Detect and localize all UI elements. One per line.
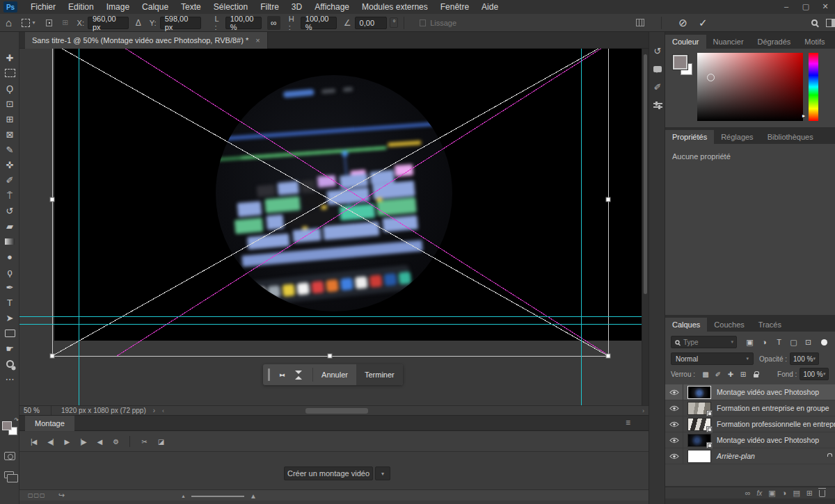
brush-settings-panel-icon[interactable]: ✐ xyxy=(649,78,666,96)
more-tools[interactable]: ⋯ xyxy=(0,371,19,387)
healing-brush-tool[interactable]: ✜ xyxy=(0,157,19,172)
layer-search-input[interactable]: Type ▾ xyxy=(671,336,737,348)
warp-mode-icon[interactable] xyxy=(636,19,644,26)
layer-row-montage-video-2[interactable]: Montage vidéo avec Photoshop xyxy=(665,432,835,448)
lock-artboard-icon[interactable]: ⊞ xyxy=(737,371,749,378)
filter-adjustment-layers-icon[interactable]: ◑ xyxy=(757,338,772,347)
layer-row-arriere-plan[interactable]: Arrière-plan xyxy=(665,448,835,464)
menu-aide[interactable]: Aide xyxy=(475,0,504,14)
layer-effects-icon[interactable]: fx xyxy=(757,489,763,497)
degree-unit[interactable]: ° xyxy=(390,17,398,28)
close-icon[interactable]: ✕ xyxy=(816,0,835,14)
menu-edition[interactable]: Edition xyxy=(62,0,100,14)
horizontal-scrollbar[interactable] xyxy=(170,407,639,415)
brush-tool[interactable]: ✐ xyxy=(0,172,19,188)
split-clip-icon[interactable]: ✂ xyxy=(141,438,146,446)
quick-mask-icon[interactable] xyxy=(4,452,15,460)
new-layer-icon[interactable]: ⊞ xyxy=(806,489,813,498)
new-adjustment-layer-icon[interactable]: ◑ xyxy=(782,489,787,497)
zoom-level-field[interactable]: 50 % xyxy=(19,406,51,416)
create-video-timeline-button[interactable]: Créer un montage vidéo xyxy=(284,466,373,480)
height-input[interactable]: 100,00 % xyxy=(301,17,337,29)
frame-tool[interactable]: ⊠ xyxy=(0,127,19,142)
render-video-icon[interactable]: ↪ xyxy=(58,491,65,500)
filter-type-layers-icon[interactable]: T xyxy=(772,338,786,347)
filter-pixel-layers-icon[interactable]: ▣ xyxy=(742,338,757,347)
layer-visibility-icon[interactable] xyxy=(665,448,683,464)
menu-fichier[interactable]: Fichier xyxy=(24,0,62,14)
commit-button[interactable]: Terminer xyxy=(356,364,403,385)
x-input[interactable]: 960,00 px xyxy=(88,17,129,29)
audio-icon[interactable]: ◀ xyxy=(97,438,102,446)
link-layers-icon[interactable]: ∞ xyxy=(745,489,751,497)
layer-visibility-icon[interactable] xyxy=(665,384,683,400)
dodge-tool[interactable]: ϙ xyxy=(0,264,19,279)
rectangle-tool[interactable] xyxy=(0,325,19,341)
flip-horizontal-icon[interactable]: ▸◂ xyxy=(280,371,283,378)
maximize-icon[interactable]: ▢ xyxy=(796,0,816,14)
render-settings-icon[interactable]: ⚙ xyxy=(113,438,118,446)
menu-fenetre[interactable]: Fenêtre xyxy=(434,0,475,14)
tab-montage[interactable]: Montage xyxy=(25,416,74,431)
add-layer-mask-icon[interactable]: ▣ xyxy=(768,489,775,498)
lasso-tool[interactable]: Ϙ xyxy=(0,81,19,96)
gradient-tool[interactable] xyxy=(0,234,19,249)
swap-colors-icon[interactable]: ↷ xyxy=(14,417,19,423)
tab-couleur[interactable]: Couleur xyxy=(665,35,706,49)
transition-icon[interactable]: ◪ xyxy=(158,438,164,446)
blur-tool[interactable]: ● xyxy=(0,249,19,264)
menu-3d[interactable]: 3D xyxy=(285,0,308,14)
color-field-cursor[interactable] xyxy=(707,74,715,81)
history-panel-icon[interactable]: ↺ xyxy=(649,42,666,60)
layer-row-formation-groupe[interactable]: Formation en entreprise en groupe xyxy=(665,400,835,416)
tab-couches[interactable]: Couches xyxy=(707,318,751,332)
lock-position-icon[interactable]: ✚ xyxy=(724,371,737,378)
marquee-tool[interactable] xyxy=(0,65,19,81)
layer-visibility-icon[interactable] xyxy=(665,416,683,432)
active-tool-icon[interactable] xyxy=(22,19,30,27)
home-icon[interactable]: ⌂ xyxy=(6,17,12,29)
smoothing-checkbox[interactable] xyxy=(420,19,426,26)
tab-calques[interactable]: Calques xyxy=(665,318,707,332)
tab-degrades[interactable]: Dégradés xyxy=(751,35,798,49)
delta-icon[interactable]: Δ xyxy=(136,18,141,28)
zoom-in-icon[interactable]: ▲ xyxy=(250,492,257,500)
layer-thumbnail[interactable] xyxy=(687,450,711,463)
close-tab-icon[interactable]: × xyxy=(255,36,260,44)
zoom-tool[interactable] xyxy=(0,356,19,371)
tab-nuancier[interactable]: Nuancier xyxy=(706,35,751,49)
tool-preset-caret-icon[interactable]: ▾ xyxy=(32,19,35,26)
drag-handle[interactable] xyxy=(268,368,270,381)
menu-filtre[interactable]: Filtre xyxy=(254,0,285,14)
fill-input[interactable]: 100 % ▾ xyxy=(800,368,829,380)
zoom-slider-track[interactable] xyxy=(191,496,244,497)
lock-paint-icon[interactable]: ✐ xyxy=(712,371,724,378)
crop-tool[interactable]: ⊞ xyxy=(0,111,19,127)
lock-transparency-icon[interactable]: ▩ xyxy=(699,371,712,378)
path-selection-tool[interactable]: ➤ xyxy=(0,310,19,325)
new-group-icon[interactable]: ▤ xyxy=(793,489,800,498)
reference-point-icon[interactable] xyxy=(46,19,52,26)
tab-proprietes[interactable]: Propriétés xyxy=(665,130,714,144)
commit-transform-icon[interactable]: ✓ xyxy=(699,17,708,29)
comment-panel-icon[interactable] xyxy=(649,60,666,78)
layer-thumbnail[interactable] xyxy=(687,386,711,399)
foreground-color-swatch[interactable] xyxy=(673,55,687,70)
menu-calque[interactable]: Calque xyxy=(136,0,175,14)
hand-tool[interactable]: ☛ xyxy=(0,341,19,356)
frame-rate-icon[interactable]: ▢▢▢ xyxy=(28,492,46,498)
first-frame-icon[interactable]: |◀ xyxy=(31,438,36,446)
layer-thumbnail[interactable] xyxy=(687,418,711,431)
menu-modules-externes[interactable]: Modules externes xyxy=(356,0,434,14)
tab-motifs[interactable]: Motifs xyxy=(797,35,832,49)
tab-reglages[interactable]: Réglages xyxy=(714,130,760,144)
filter-toggle-icon[interactable] xyxy=(821,339,827,346)
eyedropper-tool[interactable]: ✎ xyxy=(0,142,19,157)
timeline-menu-icon[interactable]: ≡ xyxy=(626,418,630,428)
object-selection-tool[interactable]: ⊡ xyxy=(0,96,19,111)
eraser-tool[interactable]: ▰ xyxy=(0,218,19,234)
status-arrow-icon[interactable]: › xyxy=(153,407,155,414)
hue-slider[interactable] xyxy=(809,53,818,121)
opacity-input[interactable]: 100 % ▾ xyxy=(790,352,819,365)
foreground-color-swatch[interactable] xyxy=(2,421,12,430)
